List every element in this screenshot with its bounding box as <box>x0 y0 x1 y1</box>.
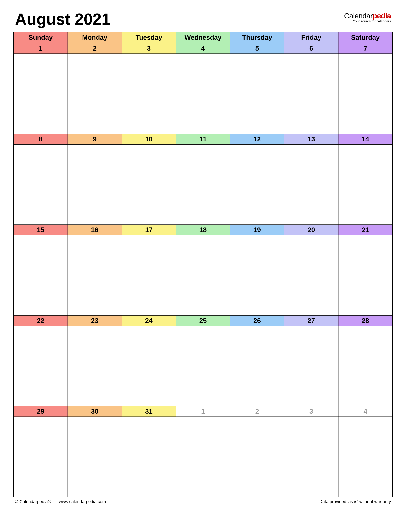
footer: © Calendarpedia® www.calendarpedia.com D… <box>13 497 393 504</box>
calendar-body: 1234567891011121314151617181920212223242… <box>14 43 392 497</box>
date-cell: 28 <box>338 315 392 326</box>
calendar-table: SundayMondayTuesdayWednesdayThursdayFrid… <box>13 32 393 497</box>
date-row: 891011121314 <box>14 134 392 144</box>
note-cell <box>68 417 122 497</box>
note-cell <box>122 417 176 497</box>
note-row <box>14 326 392 406</box>
weekday-header-sun: Sunday <box>14 32 68 43</box>
date-row: 2930311234 <box>14 406 392 417</box>
date-cell: 6 <box>284 43 338 54</box>
note-cell <box>230 54 284 134</box>
note-cell <box>14 235 68 315</box>
date-cell: 24 <box>122 315 176 326</box>
date-cell: 2 <box>230 406 284 417</box>
date-cell: 14 <box>338 134 392 144</box>
date-cell: 21 <box>338 225 392 235</box>
note-cell <box>176 144 230 225</box>
note-cell <box>284 326 338 406</box>
note-cell <box>68 54 122 134</box>
weekday-header-tue: Tuesday <box>122 32 176 43</box>
note-cell <box>284 144 338 225</box>
date-cell: 12 <box>230 134 284 144</box>
date-row: 15161718192021 <box>14 225 392 235</box>
note-cell <box>176 54 230 134</box>
note-cell <box>68 235 122 315</box>
date-cell: 7 <box>338 43 392 54</box>
note-row <box>14 235 392 315</box>
footer-disclaimer: Data provided 'as is' without warranty <box>319 499 391 504</box>
brand-part1: Calendar <box>344 12 373 20</box>
note-cell <box>284 417 338 497</box>
date-cell: 8 <box>14 134 68 144</box>
footer-left: © Calendarpedia® www.calendarpedia.com <box>15 499 113 504</box>
date-cell: 9 <box>68 134 122 144</box>
note-cell <box>338 326 392 406</box>
date-cell: 2 <box>68 43 122 54</box>
date-cell: 3 <box>284 406 338 417</box>
date-cell: 5 <box>230 43 284 54</box>
date-cell: 31 <box>122 406 176 417</box>
date-cell: 13 <box>284 134 338 144</box>
date-row: 1234567 <box>14 43 392 54</box>
note-cell <box>122 235 176 315</box>
date-cell: 27 <box>284 315 338 326</box>
date-cell: 26 <box>230 315 284 326</box>
note-cell <box>230 235 284 315</box>
note-cell <box>284 235 338 315</box>
date-cell: 16 <box>68 225 122 235</box>
header: August 2021 Calendarpedia Your source fo… <box>13 10 393 29</box>
footer-url: www.calendarpedia.com <box>59 499 106 504</box>
date-cell: 18 <box>176 225 230 235</box>
note-cell <box>230 417 284 497</box>
note-cell <box>122 54 176 134</box>
note-cell <box>14 54 68 134</box>
date-cell: 4 <box>338 406 392 417</box>
date-cell: 29 <box>14 406 68 417</box>
date-cell: 11 <box>176 134 230 144</box>
date-cell: 20 <box>284 225 338 235</box>
date-cell: 10 <box>122 134 176 144</box>
date-cell: 17 <box>122 225 176 235</box>
copyright-text: © Calendarpedia® <box>15 499 51 504</box>
note-cell <box>176 235 230 315</box>
brand-block: Calendarpedia Your source for calendars <box>344 10 391 23</box>
note-row <box>14 144 392 225</box>
note-cell <box>338 417 392 497</box>
brand-part2: pedia <box>373 12 391 20</box>
date-cell: 3 <box>122 43 176 54</box>
note-cell <box>68 326 122 406</box>
date-cell: 1 <box>176 406 230 417</box>
weekday-header-fri: Friday <box>284 32 338 43</box>
note-cell <box>14 326 68 406</box>
date-cell: 25 <box>176 315 230 326</box>
weekday-header-thu: Thursday <box>230 32 284 43</box>
note-cell <box>230 326 284 406</box>
note-cell <box>14 417 68 497</box>
note-cell <box>68 144 122 225</box>
date-cell: 1 <box>14 43 68 54</box>
calendar-head: SundayMondayTuesdayWednesdayThursdayFrid… <box>14 32 392 43</box>
note-cell <box>14 144 68 225</box>
date-cell: 23 <box>68 315 122 326</box>
note-row <box>14 417 392 497</box>
brand-name: Calendarpedia <box>344 12 391 20</box>
note-cell <box>122 326 176 406</box>
weekday-header-mon: Monday <box>68 32 122 43</box>
date-cell: 15 <box>14 225 68 235</box>
date-cell: 19 <box>230 225 284 235</box>
date-cell: 4 <box>176 43 230 54</box>
note-cell <box>122 144 176 225</box>
date-cell: 30 <box>68 406 122 417</box>
note-cell <box>338 235 392 315</box>
note-cell <box>284 54 338 134</box>
note-row <box>14 54 392 134</box>
weekday-header-wed: Wednesday <box>176 32 230 43</box>
page-title: August 2021 <box>15 10 110 29</box>
note-cell <box>230 144 284 225</box>
note-cell <box>338 144 392 225</box>
date-cell: 22 <box>14 315 68 326</box>
weekday-header-sat: Saturday <box>338 32 392 43</box>
date-row: 22232425262728 <box>14 315 392 326</box>
note-cell <box>176 417 230 497</box>
note-cell <box>176 326 230 406</box>
